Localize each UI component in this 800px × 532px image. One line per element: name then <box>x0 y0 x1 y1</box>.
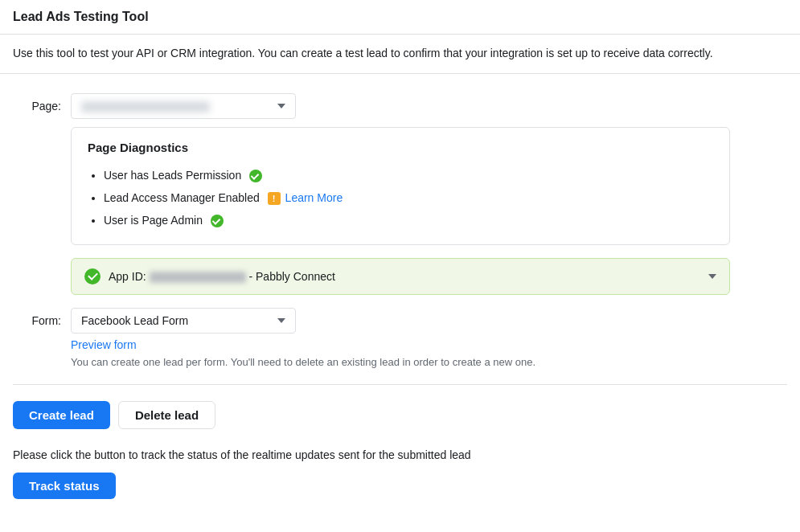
diagnostics-title: Page Diagnostics <box>88 141 713 154</box>
form-help-text: You can create one lead per form. You'll… <box>71 356 535 368</box>
diagnostics-box: Page Diagnostics User has Leads Permissi… <box>71 127 730 245</box>
delete-lead-button[interactable]: Delete lead <box>118 401 215 429</box>
app-id-text: App ID: - Pabbly Connect <box>109 270 335 283</box>
form-select-wrapper: Facebook Lead Form Preview form You can … <box>71 308 535 368</box>
app-id-check-icon <box>84 268 101 284</box>
divider <box>13 384 787 385</box>
form-dropdown-chevron-down-icon <box>277 318 285 323</box>
form-dropdown[interactable]: Facebook Lead Form <box>71 308 296 334</box>
check-icon <box>249 170 262 182</box>
app-title: Lead Ads Testing Tool <box>13 10 149 23</box>
app-id-blurred-value <box>150 272 246 283</box>
diagnostics-list: User has Leads Permission Lead Access Ma… <box>88 164 713 231</box>
diagnostic-item-leads-permission: User has Leads Permission <box>104 164 713 186</box>
warning-icon <box>268 192 281 205</box>
create-lead-button[interactable]: Create lead <box>13 401 110 429</box>
learn-more-link[interactable]: Learn More <box>285 191 343 204</box>
app-id-name: - Pabbly Connect <box>248 270 334 283</box>
page-dropdown-chevron-down-icon <box>277 104 285 108</box>
app-id-row: App ID: - Pabbly Connect <box>71 258 730 295</box>
app-id-left: App ID: - Pabbly Connect <box>84 268 335 284</box>
form-row: Form: Facebook Lead Form Preview form Yo… <box>13 308 787 368</box>
diagnostic-item-text: User has Leads Permission <box>104 169 241 182</box>
page-select-text <box>81 100 210 113</box>
description-text: Use this tool to test your API or CRM in… <box>13 47 713 59</box>
page-blurred <box>81 101 210 113</box>
page-row: Page: Page Diagnostics User has Leads Pe… <box>13 93 787 245</box>
app-header: Lead Ads Testing Tool <box>0 0 800 35</box>
page-dropdown[interactable] <box>71 93 296 119</box>
diagnostic-item-text: Lead Access Manager Enabled <box>104 191 260 204</box>
form-select-text: Facebook Lead Form <box>81 314 188 327</box>
page-control-area: Page Diagnostics User has Leads Permissi… <box>71 93 787 245</box>
preview-form-link[interactable]: Preview form <box>71 338 535 351</box>
page-label: Page: <box>13 93 61 113</box>
app-id-chevron-down-icon[interactable] <box>708 274 716 279</box>
form-label: Form: <box>13 308 61 327</box>
track-status-button[interactable]: Track status <box>13 473 116 499</box>
app-id-label: App ID: <box>109 270 146 283</box>
diagnostic-item-page-admin: User is Page Admin <box>104 209 713 231</box>
track-status-section: Please click the button to track the sta… <box>13 448 787 499</box>
description-bar: Use this tool to test your API or CRM in… <box>0 35 800 74</box>
button-row: Create lead Delete lead <box>13 401 787 429</box>
check-icon-admin <box>211 215 224 227</box>
main-content: Page: Page Diagnostics User has Leads Pe… <box>0 74 800 518</box>
diagnostic-item-text: User is Page Admin <box>104 214 203 227</box>
diagnostic-item-access-manager: Lead Access Manager Enabled Learn More <box>104 186 713 209</box>
track-info-text: Please click the button to track the sta… <box>13 448 787 461</box>
